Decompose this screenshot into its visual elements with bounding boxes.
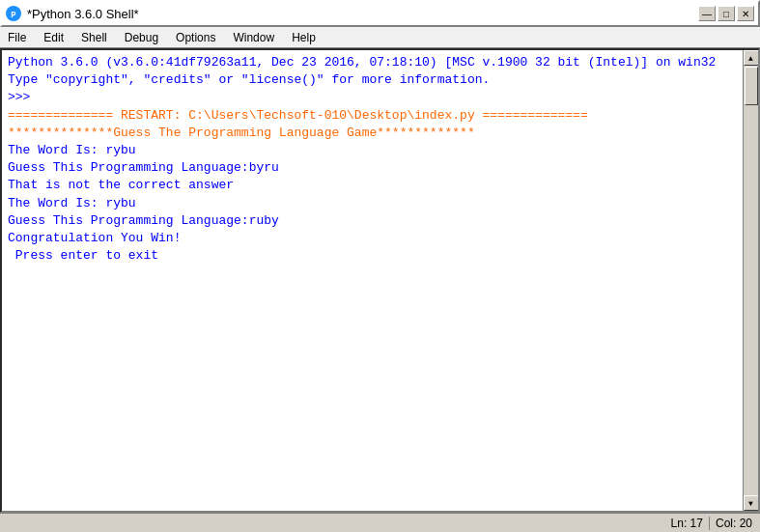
scrollbar-track[interactable] xyxy=(744,66,758,495)
scrollbar: ▲ ▼ xyxy=(743,50,758,511)
status-separator xyxy=(709,517,710,530)
menu-shell[interactable]: Shell xyxy=(77,30,111,45)
title-bar-left: P *Python 3.6.0 Shell* xyxy=(6,6,139,21)
close-button[interactable]: ✕ xyxy=(737,6,754,21)
menu-edit[interactable]: Edit xyxy=(40,30,68,45)
shell-line: Congratulation You Win! xyxy=(8,230,737,247)
shell-line: Guess This Programming Language:ruby xyxy=(8,212,737,230)
menu-options[interactable]: Options xyxy=(172,30,219,45)
shell-line: That is not the correct answer xyxy=(8,177,737,194)
scroll-down-button[interactable]: ▼ xyxy=(744,495,759,511)
scrollbar-thumb[interactable] xyxy=(745,67,758,105)
status-bar: Ln: 17 Col: 20 xyxy=(0,513,760,532)
scroll-up-button[interactable]: ▲ xyxy=(744,50,759,66)
minimize-button[interactable]: — xyxy=(698,6,716,21)
shell-line: Press enter to exit xyxy=(8,247,737,265)
column-number: Col: 20 xyxy=(716,517,752,530)
maximize-button[interactable]: □ xyxy=(718,6,735,21)
menu-bar: File Edit Shell Debug Options Window Hel… xyxy=(0,27,760,48)
shell-line: Python 3.6.0 (v3.6.0:41df79263a11, Dec 2… xyxy=(8,54,737,71)
shell-output[interactable]: Python 3.6.0 (v3.6.0:41df79263a11, Dec 2… xyxy=(2,50,743,511)
shell-line: ============== RESTART: C:\Users\Techsof… xyxy=(8,107,737,125)
shell-line: Type "copyright", "credits" or "license(… xyxy=(8,71,737,89)
shell-line: The Word Is: rybu xyxy=(8,195,737,212)
shell-line: The Word Is: rybu xyxy=(8,142,737,159)
app-icon: P xyxy=(6,6,21,21)
shell-line: Guess This Programming Language:byru xyxy=(8,159,737,177)
svg-text:P: P xyxy=(11,11,16,20)
title-bar: P *Python 3.6.0 Shell* — □ ✕ xyxy=(0,0,760,27)
window-title: *Python 3.6.0 Shell* xyxy=(27,7,139,21)
menu-debug[interactable]: Debug xyxy=(121,30,162,45)
shell-container: Python 3.6.0 (v3.6.0:41df79263a11, Dec 2… xyxy=(0,48,760,513)
window-controls: — □ ✕ xyxy=(698,6,754,21)
menu-file[interactable]: File xyxy=(4,30,30,45)
shell-line: >>> xyxy=(8,89,737,106)
menu-help[interactable]: Help xyxy=(288,30,320,45)
menu-window[interactable]: Window xyxy=(229,30,278,45)
line-number: Ln: 17 xyxy=(671,517,703,530)
shell-line: **************Guess The Programming Lang… xyxy=(8,125,737,142)
